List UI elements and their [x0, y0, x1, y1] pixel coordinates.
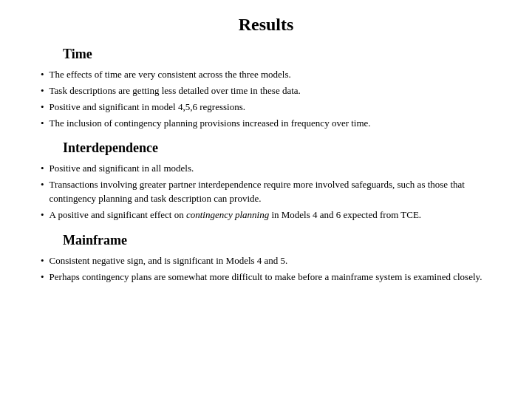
bullet-text: Task descriptions are getting less detai…	[50, 84, 491, 98]
list-item: • Task descriptions are getting less det…	[41, 84, 491, 98]
bullet-text: Consistent negative sign, and is signifi…	[50, 254, 491, 268]
list-item: • Transactions involving greater partner…	[41, 178, 491, 206]
bullet-list-interdependence: • Positive and significant in all models…	[41, 162, 491, 222]
bullet-text: The effects of time are very consistent …	[50, 68, 491, 82]
page: Results Time • The effects of time are v…	[0, 0, 532, 399]
list-item: • The effects of time are very consisten…	[41, 68, 491, 82]
bullet-icon: •	[41, 162, 44, 176]
bullet-text-mixed: A positive and significant effect on con…	[50, 208, 491, 222]
section-mainframe: Mainframe • Consistent negative sign, an…	[41, 233, 491, 284]
bullet-icon: •	[41, 100, 44, 115]
bullet-text: Positive and significant in all models.	[50, 162, 491, 176]
list-item: • Positive and significant in all models…	[41, 162, 491, 176]
bullet-icon: •	[41, 84, 44, 98]
bullet-text: Positive and significant in model 4,5,6 …	[50, 100, 491, 115]
section-interdependence: Interdependence • Positive and significa…	[41, 140, 491, 222]
list-item: • A positive and significant effect on c…	[41, 208, 491, 222]
bullet-list-mainframe: • Consistent negative sign, and is signi…	[41, 254, 491, 284]
bullet-text: The inclusion of contingency planning pr…	[50, 117, 491, 131]
list-item: • The inclusion of contingency planning …	[41, 117, 491, 131]
bullet-icon: •	[41, 208, 44, 222]
section-heading-time: Time	[63, 47, 491, 62]
italic-text: contingency planning	[186, 209, 269, 220]
bullet-icon: •	[41, 178, 44, 192]
bullet-text: Perhaps contingency plans are somewhat m…	[50, 270, 491, 284]
bullet-icon: •	[41, 254, 44, 268]
list-item: • Consistent negative sign, and is signi…	[41, 254, 491, 268]
bullet-icon: •	[41, 270, 44, 284]
bullet-list-time: • The effects of time are very consisten…	[41, 68, 491, 130]
bullet-text: Transactions involving greater partner i…	[50, 178, 491, 206]
section-heading-mainframe: Mainframe	[63, 233, 491, 248]
list-item: • Perhaps contingency plans are somewhat…	[41, 270, 491, 284]
section-heading-interdependence: Interdependence	[63, 140, 491, 156]
page-title: Results	[41, 15, 491, 35]
section-time: Time • The effects of time are very cons…	[41, 47, 491, 130]
list-item: • Positive and significant in model 4,5,…	[41, 100, 491, 115]
bullet-icon: •	[41, 117, 44, 131]
bullet-icon: •	[41, 68, 44, 82]
